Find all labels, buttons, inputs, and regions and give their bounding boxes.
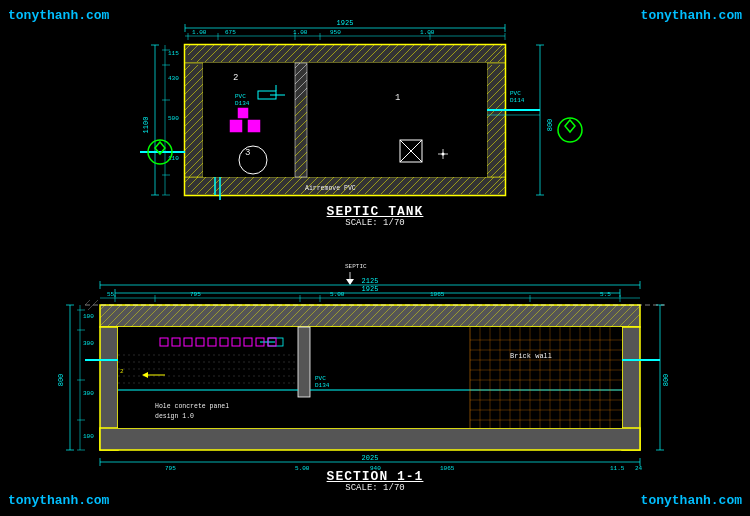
svg-text:Brick wall: Brick wall [510,352,552,360]
svg-rect-155 [203,63,487,177]
svg-text:800: 800 [662,374,670,387]
svg-rect-253 [100,305,640,327]
svg-text:115: 115 [168,50,179,57]
svg-text:1.00: 1.00 [420,29,435,36]
svg-text:1065: 1065 [430,291,445,298]
svg-text:2125: 2125 [362,277,379,285]
svg-rect-121 [185,63,203,177]
svg-text:100: 100 [83,433,94,440]
svg-text:5.5: 5.5 [600,291,611,298]
svg-text:55: 55 [107,291,115,298]
svg-text:SEPTIC: SEPTIC [345,263,367,270]
watermark-top-left: tonythanh.com [8,8,109,23]
svg-text:design 1.0: design 1.0 [155,413,194,420]
svg-text:500: 500 [168,115,179,122]
svg-text:2: 2 [233,73,238,83]
svg-rect-327 [298,327,310,397]
section-title: SECTION 1-1 [0,469,750,484]
svg-text:300: 300 [83,340,94,347]
svg-text:795: 795 [190,291,201,298]
svg-line-382 [85,300,90,305]
svg-text:1925: 1925 [362,285,379,293]
svg-text:3: 3 [245,148,250,158]
svg-text:300: 300 [83,390,94,397]
watermark-bottom-right: tonythanh.com [641,493,742,508]
septic-tank-scale: SCALE: 1/70 [0,218,750,228]
svg-text:D134: D134 [315,382,330,389]
septic-tank-title: SEPTIC TANK [0,204,750,219]
svg-marker-189 [565,120,575,132]
svg-text:PVC: PVC [235,93,246,100]
drawing-area: 1925 1.00 675 1.00 950 1.00 1100 115 430… [0,0,750,516]
watermark-bottom-left: tonythanh.com [8,493,109,508]
svg-text:800: 800 [546,119,554,132]
svg-text:D114: D114 [510,97,525,104]
svg-text:675: 675 [225,29,236,36]
svg-rect-35 [185,45,505,63]
svg-text:PVC: PVC [315,375,326,382]
svg-text:Hole concrete panel: Hole concrete panel [155,403,229,410]
svg-text:100: 100 [83,313,94,320]
svg-text:1: 1 [395,93,400,103]
svg-rect-325 [100,428,640,450]
svg-rect-138 [487,63,505,177]
svg-text:Airremove PVC: Airremove PVC [305,185,356,192]
svg-text:430: 430 [168,75,179,82]
svg-rect-196 [230,120,242,132]
svg-text:PVC: PVC [510,90,521,97]
watermark-top-right: tonythanh.com [641,8,742,23]
svg-text:1.00: 1.00 [192,29,207,36]
svg-text:2025: 2025 [362,454,379,462]
svg-point-188 [558,118,582,142]
section-scale: SCALE: 1/70 [0,483,750,493]
svg-text:950: 950 [330,29,341,36]
svg-text:D134: D134 [235,100,250,107]
svg-text:1100: 1100 [142,117,150,134]
svg-marker-204 [346,279,354,285]
svg-point-195 [442,153,445,156]
svg-text:2: 2 [120,368,124,375]
svg-text:1925: 1925 [337,19,354,27]
svg-rect-197 [248,120,260,132]
svg-text:5.00: 5.00 [330,291,345,298]
svg-text:800: 800 [57,374,65,387]
svg-rect-198 [238,108,248,118]
svg-rect-156 [295,63,307,177]
